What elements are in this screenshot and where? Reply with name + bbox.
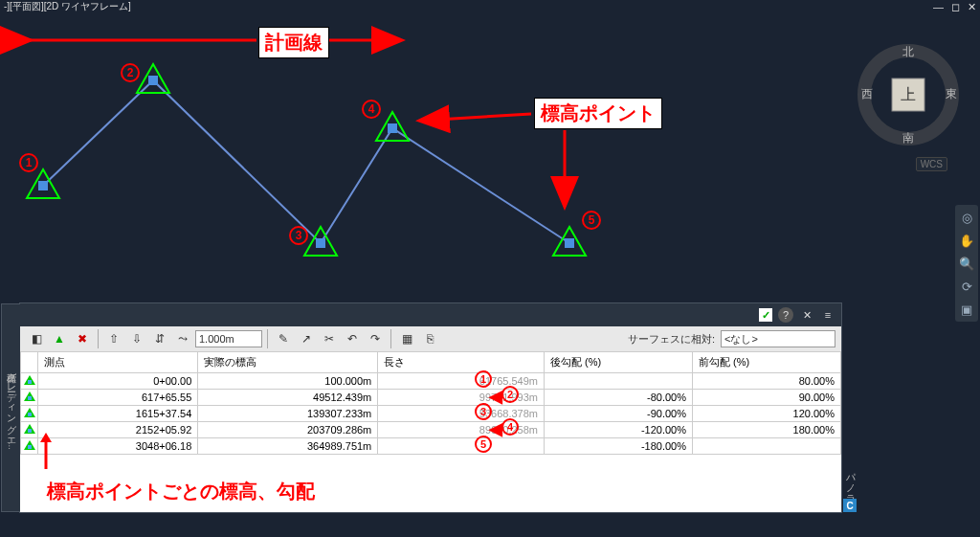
- triangle-icon: [24, 408, 35, 417]
- cell-elev[interactable]: 364989.751m: [198, 438, 378, 455]
- svg-rect-6: [316, 238, 325, 248]
- svg-rect-7: [388, 123, 397, 133]
- grid-header-row: 測点 実際の標高 長さ 後勾配 (%) 前勾配 (%): [21, 352, 841, 373]
- cell-fore[interactable]: 90.00%: [692, 390, 840, 406]
- canvas-point-3: 3: [289, 226, 308, 245]
- tool-grid-icon[interactable]: ▦: [396, 329, 417, 348]
- elevation-panel: 標高グレーディング エ... ✓ ? ✕ ≡ ◧ ▲ ✖ ⇧ ⇩ ⇵ ⤳ ✎ ↗…: [19, 302, 842, 513]
- panel-menu-button[interactable]: ≡: [820, 307, 835, 323]
- tool-pick-icon[interactable]: ✎: [273, 329, 294, 348]
- canvas-point-1: 1: [19, 153, 38, 172]
- cell-back[interactable]: -90.00%: [545, 406, 693, 422]
- steering-wheel-icon[interactable]: ◎: [958, 209, 975, 226]
- cell-station[interactable]: 0+00.00: [38, 373, 198, 390]
- cell-fore[interactable]: 180.00%: [692, 422, 840, 438]
- tool-add-icon[interactable]: ▲: [49, 329, 70, 348]
- zoom-icon[interactable]: 🔍: [958, 255, 975, 272]
- cell-elev[interactable]: 203709.286m: [198, 422, 378, 438]
- elevation-grid[interactable]: 測点 実際の標高 長さ 後勾配 (%) 前勾配 (%) 0+00.00100.0…: [20, 351, 841, 512]
- svg-rect-8: [565, 238, 574, 248]
- cell-back[interactable]: -180.00%: [545, 438, 693, 455]
- cell-length[interactable]: 53668.378m: [378, 406, 545, 422]
- triangle-icon: [24, 424, 35, 434]
- tool-trim-icon[interactable]: ✂: [319, 329, 340, 348]
- tool-export-icon[interactable]: ⎘: [419, 329, 440, 348]
- table-row[interactable]: 617+65.5549512.439m99771.993m-80.00%90.0…: [21, 390, 841, 406]
- canvas-point-4: 4: [362, 100, 381, 119]
- tool-flatten-icon[interactable]: ⤳: [172, 329, 193, 348]
- viewcube-face[interactable]: 上: [901, 86, 916, 102]
- svg-text:南: 南: [902, 131, 914, 145]
- row-arrow-4: ◀: [489, 418, 502, 439]
- panel-close-button[interactable]: ✕: [799, 307, 814, 323]
- col-station[interactable]: 測点: [38, 352, 198, 373]
- svg-text:北: 北: [902, 45, 914, 58]
- wcs-label[interactable]: WCS: [916, 157, 947, 171]
- panel-check-button[interactable]: ✓: [759, 308, 772, 322]
- cell-back[interactable]: -120.00%: [545, 422, 693, 438]
- panel-help-button[interactable]: ?: [778, 307, 793, 323]
- row-marker-4: 4: [501, 418, 519, 436]
- viewcube[interactable]: 上 北 東 南 西: [856, 42, 961, 147]
- scale-input[interactable]: [195, 330, 262, 347]
- tool-undo-icon[interactable]: ↶: [342, 329, 363, 348]
- cell-back[interactable]: [545, 373, 693, 390]
- triangle-icon: [24, 375, 35, 385]
- cell-length[interactable]: 89600.258m: [378, 422, 545, 438]
- col-back[interactable]: 後勾配 (%): [545, 352, 693, 373]
- showmotion-icon[interactable]: ▣: [958, 301, 975, 318]
- row-arrow-2: ◀: [489, 386, 502, 407]
- cell-elev[interactable]: 139307.233m: [198, 406, 378, 422]
- tool-raise-icon[interactable]: ⇧: [103, 329, 124, 348]
- panel-toolbar: ◧ ▲ ✖ ⇧ ⇩ ⇵ ⤳ ✎ ↗ ✂ ↶ ↷ ▦ ⎘ サーフェスに相対: <な…: [20, 326, 841, 351]
- triangle-icon: [24, 392, 35, 401]
- canvas-point-2: 2: [121, 63, 140, 82]
- cell-elev[interactable]: 100.000m: [198, 373, 378, 390]
- close-button[interactable]: ✕: [968, 1, 976, 13]
- cell-length[interactable]: 61765.549m: [378, 373, 545, 390]
- minimize-button[interactable]: —: [933, 1, 944, 13]
- titlebar: -][平面図][2D ワイヤフレーム] — ◻ ✕: [0, 0, 980, 13]
- tool-lower-icon[interactable]: ⇩: [126, 329, 147, 348]
- tool-toggle-icon[interactable]: ⇵: [149, 329, 170, 348]
- tool-extend-icon[interactable]: ↗: [296, 329, 317, 348]
- orbit-icon[interactable]: ⟳: [958, 278, 975, 295]
- col-length[interactable]: 長さ: [378, 352, 545, 373]
- tool-select-icon[interactable]: ◧: [26, 329, 47, 348]
- table-row[interactable]: 3048+06.18364989.751m-180.00%: [21, 438, 841, 455]
- svg-text:西: 西: [861, 87, 873, 101]
- cell-length[interactable]: 99771.993m: [378, 390, 545, 406]
- pan-icon[interactable]: ✋: [958, 232, 975, 249]
- panel-header: ✓ ? ✕ ≡: [20, 303, 841, 326]
- row-marker-5: 5: [475, 436, 492, 453]
- canvas-point-5: 5: [582, 211, 601, 230]
- panel-tab[interactable]: 標高グレーディング エ...: [1, 303, 20, 512]
- table-row[interactable]: 1615+37.54139307.233m53668.378m-90.00%12…: [21, 406, 841, 422]
- col-fore[interactable]: 前勾配 (%): [692, 352, 840, 373]
- tool-redo-icon[interactable]: ↷: [365, 329, 386, 348]
- svg-text:東: 東: [946, 87, 957, 101]
- maximize-button[interactable]: ◻: [951, 1, 960, 13]
- tool-delete-icon[interactable]: ✖: [72, 329, 93, 348]
- cell-station[interactable]: 617+65.55: [38, 390, 198, 406]
- cell-station[interactable]: 1615+37.54: [38, 406, 198, 422]
- table-row[interactable]: 2152+05.92203709.286m89600.258m-120.00%1…: [21, 422, 841, 438]
- navigation-bar: ◎ ✋ 🔍 ⟳ ▣: [955, 205, 978, 322]
- triangle-icon: [24, 440, 35, 450]
- cell-fore[interactable]: 80.00%: [692, 373, 840, 390]
- svg-rect-5: [148, 76, 158, 85]
- window-controls: — ◻ ✕: [933, 1, 976, 13]
- cell-elev[interactable]: 49512.439m: [198, 390, 378, 406]
- row-marker-2: 2: [501, 386, 519, 403]
- cell-fore[interactable]: [692, 438, 840, 455]
- cell-length[interactable]: [378, 438, 545, 455]
- cell-back[interactable]: -80.00%: [545, 390, 693, 406]
- cell-station[interactable]: 2152+05.92: [38, 422, 198, 438]
- table-row[interactable]: 0+00.00100.000m61765.549m80.00%: [21, 373, 841, 390]
- cell-station[interactable]: 3048+06.18: [38, 438, 198, 455]
- col-elev[interactable]: 実際の標高: [198, 352, 378, 373]
- panorama-icon[interactable]: C: [843, 499, 857, 512]
- cell-fore[interactable]: 120.00%: [692, 406, 840, 422]
- surface-label: サーフェスに相対:: [628, 332, 715, 347]
- surface-select[interactable]: <なし>: [721, 330, 835, 347]
